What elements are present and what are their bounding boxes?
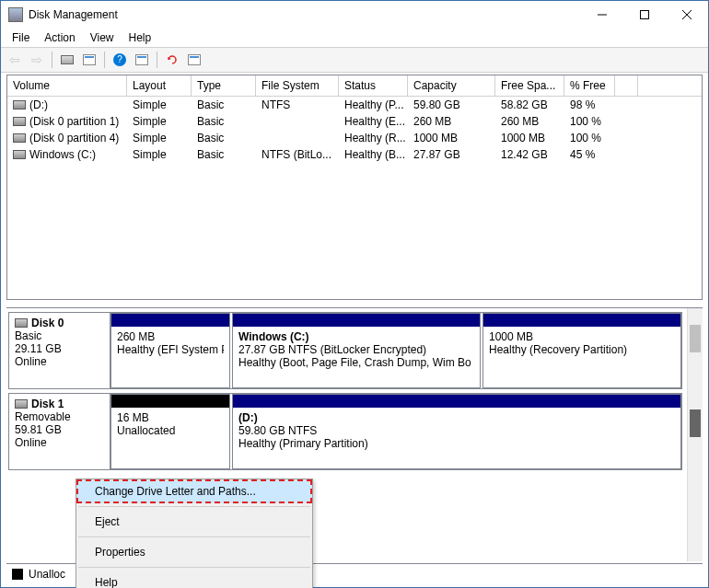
disk-info[interactable]: Disk 1Removable59.81 GBOnline (9, 394, 110, 469)
partition[interactable]: Windows (C:)27.87 GB NTFS (BitLocker Enc… (232, 313, 481, 388)
toolbar-separator (52, 52, 52, 68)
col-status[interactable]: Status (339, 75, 408, 96)
vol-pct: 100 % (564, 113, 615, 130)
menubar: File Action View Help (1, 29, 708, 47)
toolbar-disk-icon[interactable] (57, 50, 77, 70)
scrollbar-thumb[interactable] (690, 325, 701, 352)
disk-type: Removable (15, 410, 104, 423)
partition[interactable]: 16 MBUnallocated (110, 394, 230, 469)
partition-size: 260 MB (117, 330, 224, 343)
disk-scrollbar[interactable] (687, 308, 703, 561)
ctx-properties[interactable]: Properties (76, 540, 312, 564)
vol-status: Healthy (P... (339, 97, 408, 113)
svg-rect-1 (641, 11, 649, 19)
vol-pct: 100 % (564, 130, 615, 146)
col-pctfree[interactable]: % Free (564, 75, 615, 96)
window-title: Disk Management (29, 8, 581, 21)
toolbar-list-icon[interactable] (132, 50, 152, 70)
disk-name: Disk 1 (15, 398, 104, 410)
col-type[interactable]: Type (192, 75, 256, 96)
toolbar-separator (104, 52, 105, 68)
disk-icon (13, 100, 26, 110)
vol-free: 58.82 GB (495, 97, 564, 113)
partition-stripe (233, 395, 680, 408)
toolbar-view-icon[interactable] (79, 50, 99, 70)
vol-capacity: 27.87 GB (408, 146, 495, 163)
disk-icon (13, 133, 26, 143)
partition-status: Healthy (EFI System Parti (117, 343, 224, 356)
vol-type: Basic (192, 97, 256, 113)
toolbar: ⇦ ⇨ ? (1, 47, 708, 73)
menu-help[interactable]: Help (122, 29, 159, 46)
ctx-eject[interactable]: Eject (76, 510, 312, 534)
vol-type: Basic (192, 130, 256, 146)
volume-list[interactable]: Volume Layout Type File System Status Ca… (6, 75, 703, 300)
col-filesystem[interactable]: File System (256, 75, 339, 96)
col-volume[interactable]: Volume (7, 75, 127, 96)
partition-size: 1000 MB (489, 330, 675, 343)
maximize-button[interactable] (623, 1, 666, 29)
partition-status: Healthy (Recovery Partition) (489, 343, 675, 356)
disk-icon (15, 318, 28, 328)
scrollbar-thumb[interactable] (690, 409, 701, 437)
vol-capacity: 59.80 GB (408, 97, 495, 113)
volume-row[interactable]: (Disk 0 partition 4)SimpleBasicHealthy (… (7, 130, 702, 146)
col-layout[interactable]: Layout (127, 75, 192, 96)
disk-name: Disk 0 (15, 317, 104, 329)
legend-unallocated-label: Unalloc (29, 568, 65, 581)
vol-layout: Simple (127, 130, 192, 146)
back-button[interactable]: ⇦ (5, 50, 25, 70)
vol-type: Basic (192, 113, 256, 130)
partition-size: 16 MB (117, 411, 224, 424)
volume-row[interactable]: Windows (C:)SimpleBasicNTFS (BitLo...Hea… (7, 146, 702, 163)
vol-layout: Simple (127, 146, 192, 163)
toolbar-separator (157, 52, 157, 68)
partition[interactable]: 260 MBHealthy (EFI System Parti (110, 313, 230, 388)
disk-info[interactable]: Disk 0Basic29.11 GBOnline (9, 313, 110, 388)
vol-fs (256, 130, 339, 146)
forward-button[interactable]: ⇨ (27, 50, 47, 70)
partition[interactable]: 1000 MBHealthy (Recovery Partition) (482, 313, 681, 388)
col-free[interactable]: Free Spa... (495, 75, 564, 96)
ctx-separator (78, 536, 310, 537)
partition-stripe (111, 395, 229, 408)
disk-size: 59.81 GB (15, 423, 104, 436)
disk-size: 29.11 GB (15, 342, 104, 355)
vol-status: Healthy (B... (339, 146, 408, 163)
partition-stripe (233, 314, 480, 327)
partition-stripe (483, 314, 680, 327)
ctx-change-drive-letter[interactable]: Change Drive Letter and Paths... (76, 479, 312, 503)
disk-icon (15, 399, 28, 409)
menu-file[interactable]: File (5, 29, 37, 46)
vol-pct: 45 % (564, 146, 615, 163)
menu-action[interactable]: Action (37, 29, 82, 46)
close-button[interactable] (666, 1, 708, 29)
toolbar-refresh-icon[interactable] (162, 50, 182, 70)
vol-layout: Simple (127, 97, 192, 113)
partition-status: Unallocated (117, 424, 224, 437)
volume-row[interactable]: (Disk 0 partition 1)SimpleBasicHealthy (… (7, 113, 702, 130)
toolbar-help-icon[interactable]: ? (110, 50, 130, 70)
volume-row[interactable]: (D:)SimpleBasicNTFSHealthy (P...59.80 GB… (7, 97, 702, 113)
partition-size: 27.87 GB NTFS (BitLocker Encrypted) (238, 343, 474, 356)
disk-icon (13, 117, 26, 126)
partition-status: Healthy (Primary Partition) (238, 437, 675, 450)
vol-fs: NTFS (BitLo... (256, 146, 339, 163)
minimize-button[interactable] (581, 1, 623, 29)
vol-status: Healthy (R... (339, 130, 408, 146)
vol-free: 1000 MB (495, 130, 564, 146)
partition-title: (D:) (238, 411, 675, 424)
vol-fs (256, 113, 339, 130)
menu-view[interactable]: View (83, 29, 122, 46)
legend-swatch-unallocated (12, 569, 23, 580)
col-capacity[interactable]: Capacity (408, 75, 495, 96)
disk-status: Online (15, 436, 104, 449)
disk-type: Basic (15, 329, 104, 342)
context-menu: Change Drive Letter and Paths... Eject P… (76, 478, 313, 588)
partition[interactable]: (D:)59.80 GB NTFSHealthy (Primary Partit… (232, 394, 681, 469)
ctx-separator (78, 567, 310, 568)
titlebar[interactable]: Disk Management (1, 1, 708, 29)
ctx-help[interactable]: Help (76, 571, 312, 588)
vol-capacity: 1000 MB (408, 130, 495, 146)
toolbar-properties-icon[interactable] (184, 50, 204, 70)
